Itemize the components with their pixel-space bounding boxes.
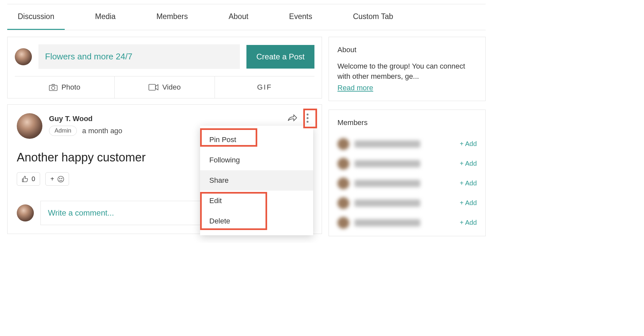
post-card: Guy T. Wood Admin a month ago [7,104,322,234]
add-photo-button[interactable]: Photo [15,76,115,98]
svg-point-6 [58,176,64,182]
tab-custom[interactable]: Custom Tab [342,4,403,30]
member-avatar [337,138,349,150]
create-post-button[interactable]: Create a Post [246,45,314,69]
add-member-link[interactable]: + Add [460,179,477,187]
read-more-link[interactable]: Read more [337,84,373,92]
members-title: Members [337,118,477,127]
avatar [15,48,32,65]
member-row: + Add [337,154,477,174]
member-name [355,219,420,226]
thumbs-up-icon [22,176,28,182]
dropdown-pin-post[interactable]: Pin Post [200,130,313,150]
like-count: 0 [32,175,35,183]
add-member-link[interactable]: + Add [460,160,477,167]
compose-input[interactable] [38,44,240,69]
svg-point-7 [59,178,60,179]
add-member-link[interactable]: + Add [460,199,477,207]
dropdown-delete[interactable]: Delete [200,211,313,231]
member-name [355,180,420,187]
tab-members[interactable]: Members [146,4,198,30]
member-avatar [337,158,349,170]
more-menu-icon[interactable] [302,113,313,124]
commenter-avatar [17,204,34,221]
svg-point-1 [52,86,55,90]
svg-point-5 [307,121,309,123]
member-avatar [337,178,349,189]
member-row: + Add [337,174,477,193]
admin-badge: Admin [49,126,77,136]
tab-discussion[interactable]: Discussion [7,4,65,30]
svg-point-3 [307,114,309,116]
members-card: Members + Add+ Add+ Add+ Add+ Add [329,110,486,236]
photo-label: Photo [61,83,80,92]
member-row: + Add [337,134,477,154]
svg-rect-2 [149,84,155,90]
dropdown-edit[interactable]: Edit [200,191,313,211]
about-text: Welcome to the group! You can connect wi… [337,61,477,82]
member-avatar [337,197,349,209]
svg-point-4 [307,117,309,119]
post-author-avatar[interactable] [17,113,42,139]
member-name [355,140,420,148]
add-member-link[interactable]: + Add [460,140,477,148]
dropdown-following[interactable]: Following [200,150,313,170]
post-author-name[interactable]: Guy T. Wood [49,113,122,123]
member-name [355,200,420,207]
member-row: + Add [337,213,477,233]
add-reaction-button[interactable]: + [45,172,69,186]
add-video-button[interactable]: Video [115,76,215,98]
tabs-bar: Discussion Media Members About Events Cu… [7,4,486,30]
composer-card: Create a Post Photo [7,37,322,98]
about-title: About [337,46,477,54]
member-name [355,160,420,167]
add-member-link[interactable]: + Add [460,219,477,226]
tab-about[interactable]: About [218,4,259,30]
member-avatar [337,217,349,229]
post-timestamp: a month ago [82,127,122,135]
share-icon[interactable] [287,113,298,124]
add-gif-button[interactable]: GIF [215,76,314,98]
post-actions-dropdown: Pin Post Following Share Edit Delete [200,126,313,235]
svg-point-8 [61,178,62,179]
plus-label: + [50,175,54,183]
video-label: Video [162,83,181,92]
camera-icon [49,84,58,91]
dropdown-share[interactable]: Share [200,170,313,191]
member-row: + Add [337,193,477,213]
smile-icon [58,176,64,182]
tab-media[interactable]: Media [84,4,126,30]
like-button[interactable]: 0 [17,172,40,186]
tab-events[interactable]: Events [279,4,323,30]
gif-label: GIF [257,83,272,92]
video-icon [149,84,158,91]
about-card: About Welcome to the group! You can conn… [329,37,486,101]
